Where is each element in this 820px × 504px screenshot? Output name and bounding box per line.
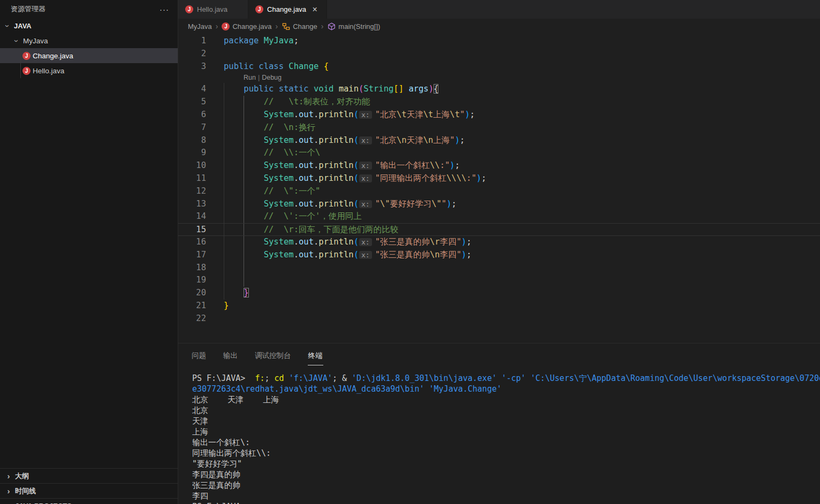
indent-guide [244, 262, 244, 274]
codelens-debug-link[interactable]: Debug [262, 74, 282, 81]
terminal-token: 'D:\jdk1.8.0_301\bin\java.exe' [352, 373, 497, 383]
code-line-18[interactable]: 18 [178, 262, 820, 274]
code-token: \r [430, 237, 440, 247]
sidebar-sections: ›大纲›时间线›JAVA PROJECTS [0, 468, 178, 504]
codelens-separator: | [258, 74, 260, 81]
code-line-12[interactable]: 12 // \":一个" [178, 185, 820, 198]
vscode-window: 资源管理器 ··· ›JAVA›MyJavaJChange.javaJHello… [0, 0, 820, 504]
sidebar-empty-space [0, 78, 178, 468]
method-icon [327, 22, 336, 30]
terminal-line-8: 同理输出两个斜杠\\: [192, 448, 820, 459]
sidebar-section-时间线[interactable]: ›时间线 [0, 483, 178, 498]
panel-tab-调试控制台[interactable]: 调试控制台 [254, 347, 292, 365]
code-token: \n [397, 135, 407, 145]
code-token: \" [380, 199, 390, 209]
chevron-right-icon: › [4, 486, 13, 495]
code-token: :" [440, 161, 450, 170]
terminal-token: 北京 天津 上海 [192, 395, 279, 404]
code-token: \t [397, 110, 407, 119]
code-token: ( [354, 110, 359, 119]
code-token: out [299, 135, 314, 145]
indent-guide [224, 210, 224, 223]
code-token: println [318, 161, 353, 170]
breadcrumb-label: main(String[]) [338, 22, 380, 30]
terminal-line-5: 天津 [192, 416, 820, 426]
tab-change-java[interactable]: JChange.java× [248, 0, 327, 19]
sidebar-section-大纲[interactable]: ›大纲 [0, 468, 178, 483]
code-line-9[interactable]: 9 // \\:一个\ [178, 147, 820, 159]
more-actions-icon[interactable]: ··· [160, 5, 169, 14]
code-token: 上海" [433, 135, 454, 145]
code-line-4[interactable]: 4 public static void main(String[] args)… [178, 83, 820, 96]
line-number: 12 [178, 185, 206, 198]
code-line-10[interactable]: 10 System.out.println(x:"输出一个斜杠\\:"); [178, 159, 820, 172]
code-line-15[interactable]: 15 // \r:回车，下面是他们两的比较 [178, 223, 820, 236]
terminal-token [526, 373, 530, 383]
close-icon[interactable]: × [310, 5, 320, 14]
line-content: // \\:一个\ [224, 147, 820, 159]
breadcrumb-item-1[interactable]: MyJava [188, 22, 212, 30]
line-content: System.out.println(x:"同理输出两个斜杠\\\\:"); [224, 172, 820, 185]
code-line-22[interactable]: 22 [178, 312, 820, 325]
line-number: 5 [178, 96, 206, 109]
breadcrumb-label: MyJava [188, 22, 212, 30]
code-line-3[interactable]: 3public class Change { [178, 60, 820, 73]
breadcrumb-item-2[interactable]: JChange.java [222, 22, 271, 30]
tree-item-myjava[interactable]: ›MyJava [0, 33, 178, 48]
code-token: " [442, 199, 446, 209]
indent-guide [224, 147, 224, 159]
parameter-inlay-hint: x: [359, 162, 372, 170]
code-token [404, 84, 408, 94]
line-content: // \n:换行 [224, 121, 820, 134]
code-token: { [324, 62, 329, 71]
code-token: out [299, 161, 314, 170]
code-line-5[interactable]: 5 // \t:制表位，对齐功能 [178, 96, 820, 109]
indent-guide [244, 198, 244, 211]
code-token: String [363, 84, 393, 94]
chevron-down-icon: › [12, 36, 21, 45]
parameter-inlay-hint: x: [359, 111, 372, 119]
line-content: } [224, 300, 820, 312]
terminal-line-3: 北京 天津 上海 [192, 394, 820, 405]
code-line-16[interactable]: 16 System.out.println(x:"张三是真的帅\r李四"); [178, 236, 820, 249]
code-line-7[interactable]: 7 // \n:换行 [178, 121, 820, 134]
terminal[interactable]: PS F:\JAVA> f:; cd 'f:\JAVA'; & 'D:\jdk1… [178, 368, 820, 504]
code-line-8[interactable]: 8 System.out.println(x:"北京\n天津\n上海"); [178, 134, 820, 147]
code-line-1[interactable]: 1package MyJava; [178, 35, 820, 48]
code-token: ( [354, 250, 359, 259]
code-line-20[interactable]: 20 } [178, 287, 820, 300]
tree-item-change-java[interactable]: JChange.java [0, 48, 178, 63]
code-line-19[interactable]: 19 [178, 274, 820, 287]
parameter-inlay-hint: x: [359, 238, 372, 246]
code-line-11[interactable]: 11 System.out.println(x:"同理输出两个斜杠\\\\:")… [178, 172, 820, 185]
code-line-6[interactable]: 6 System.out.println(x:"北京\t天津\t上海\t"); [178, 109, 820, 121]
java-file-icon: J [255, 5, 263, 13]
code-token: . [314, 237, 318, 247]
code-token: { [434, 84, 438, 94]
codelens-run-link[interactable]: Run [244, 74, 256, 81]
code-editor[interactable]: 1package MyJava;23public class Change {R… [178, 34, 820, 343]
code-token: 要好好学习 [390, 199, 432, 209]
tab-hello-java[interactable]: JHello.java× [178, 0, 248, 19]
breadcrumb-item-4[interactable]: main(String[]) [327, 22, 380, 30]
code-line-13[interactable]: 13 System.out.println(x:"\"要好好学习\""); [178, 198, 820, 211]
code-line-14[interactable]: 14 // \':一个'，使用同上 [178, 210, 820, 223]
indent-guide [224, 185, 224, 198]
tree-item-java[interactable]: ›JAVA [0, 18, 178, 33]
tree-item-hello-java[interactable]: JHello.java [0, 63, 178, 78]
code-line-2[interactable]: 2 [178, 48, 820, 60]
panel-tab-输出[interactable]: 输出 [223, 347, 238, 365]
code-token: ( [354, 135, 359, 145]
terminal-line-10: 李四是真的帅 [192, 469, 820, 480]
terminal-token: '-cp' [502, 373, 526, 383]
breadcrumb-item-3[interactable]: Change [282, 22, 317, 30]
code-line-21[interactable]: 21} [178, 300, 820, 312]
panel-tab-终端[interactable]: 终端 [308, 347, 323, 365]
code-token: ; [466, 237, 471, 247]
panel-tab-问题[interactable]: 问题 [191, 347, 207, 365]
code-line-17[interactable]: 17 System.out.println(x:"张三是真的帅\n李四"); [178, 249, 820, 262]
line-number: 11 [178, 172, 206, 185]
sidebar-section-java-projects[interactable]: ›JAVA PROJECTS [0, 498, 178, 504]
code-token: . [314, 110, 318, 119]
breadcrumb-separator: › [321, 22, 324, 30]
